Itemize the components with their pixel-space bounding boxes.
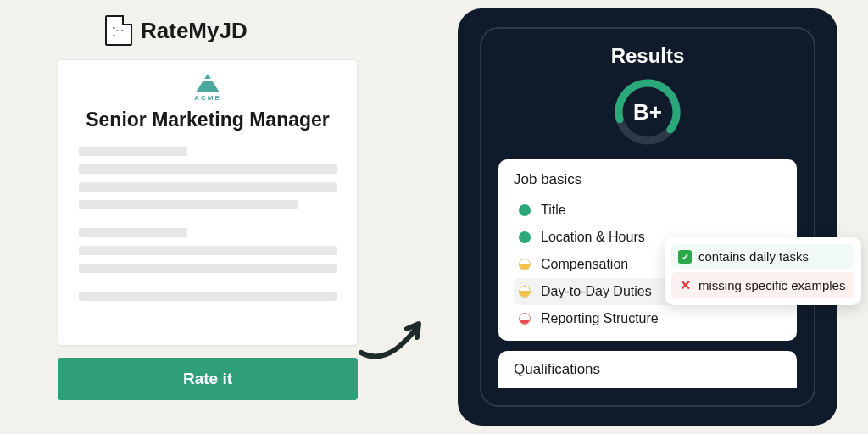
results-panel: Results B+ Job basics Title Location & H… xyxy=(458,8,837,426)
skeleton-line xyxy=(79,147,187,156)
skeleton-line xyxy=(79,228,187,237)
status-dot-red-icon xyxy=(519,313,531,325)
checklist-label: Reporting Structure xyxy=(541,311,659,326)
checklist-item-title[interactable]: Title xyxy=(514,197,782,224)
results-heading: Results xyxy=(611,44,685,68)
rate-it-button[interactable]: Rate it xyxy=(58,358,358,400)
brand-logo: • ‿ • RateMyJD xyxy=(105,15,248,46)
triangle-icon xyxy=(196,74,220,92)
tooltip-good-row: ✓ contains daily tasks xyxy=(671,244,854,269)
skeleton-line xyxy=(79,292,337,301)
hover-tooltip: ✓ contains daily tasks ✕ missing specifi… xyxy=(665,237,861,305)
tooltip-good-text: contains daily tasks xyxy=(698,249,809,264)
company-logo: ACME xyxy=(79,74,337,102)
section-title: Qualifications xyxy=(514,361,782,378)
grade-value: B+ xyxy=(633,99,662,125)
checklist-item-reporting[interactable]: Reporting Structure xyxy=(514,305,782,332)
checklist-label: Compensation xyxy=(541,257,628,272)
tooltip-bad-row: ✕ missing specific examples xyxy=(671,272,854,298)
checklist-label: Location & Hours xyxy=(541,230,645,245)
check-icon: ✓ xyxy=(678,250,692,264)
job-title: Senior Marketing Manager xyxy=(79,108,337,131)
status-dot-amber-icon xyxy=(519,286,531,298)
results-inner: Results B+ Job basics Title Location & H… xyxy=(480,27,815,407)
checklist-label: Title xyxy=(541,203,566,218)
skeleton-line xyxy=(79,246,337,255)
skeleton-line xyxy=(79,200,298,209)
tooltip-bad-text: missing specific examples xyxy=(698,278,845,292)
skeleton-line xyxy=(79,264,337,273)
brand-name: RateMyJD xyxy=(141,18,248,44)
section-title: Job basics xyxy=(514,171,782,188)
company-name: ACME xyxy=(79,94,337,102)
status-dot-green-icon xyxy=(519,231,531,243)
status-dot-green-icon xyxy=(519,204,531,216)
checklist-label: Day-to-Day Duties xyxy=(541,284,652,299)
curved-arrow-icon xyxy=(349,287,442,380)
status-dot-amber-icon xyxy=(519,259,531,270)
skeleton-line xyxy=(79,182,337,192)
section-qualifications: Qualifications xyxy=(498,351,797,388)
skeleton-line xyxy=(79,164,337,174)
grade-ring: B+ xyxy=(612,76,683,147)
job-description-card: ACME Senior Marketing Manager xyxy=(58,59,358,346)
document-face-icon: • ‿ • xyxy=(105,15,132,46)
x-icon: ✕ xyxy=(678,277,692,293)
